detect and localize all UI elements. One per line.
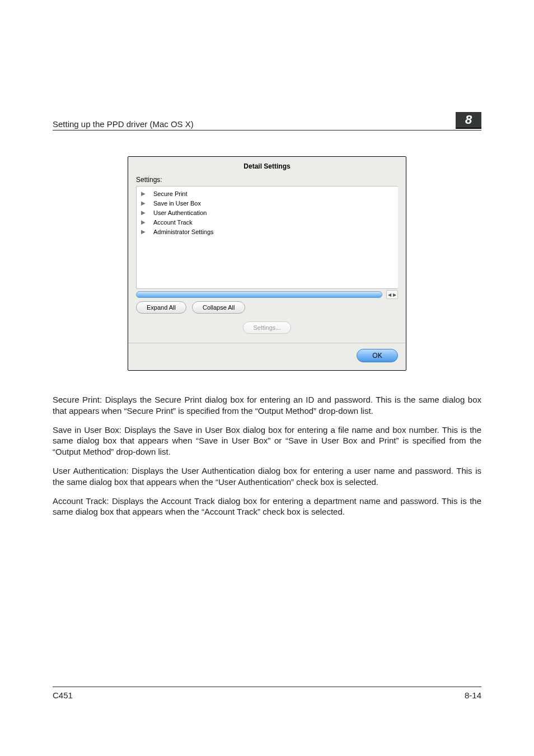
- settings-listbox[interactable]: ▶ Secure Print ▶ Save in User Box ▶ User…: [136, 186, 398, 289]
- scroll-right-icon[interactable]: ▶: [393, 292, 396, 297]
- chapter-badge: 8: [456, 112, 481, 129]
- list-item[interactable]: ▶ Save in User Box: [141, 198, 394, 208]
- paragraph-secure-print: Secure Print: Displays the Secure Print …: [53, 394, 481, 417]
- settings-button: Settings...: [243, 321, 292, 334]
- list-item[interactable]: ▶ Administrator Settings: [141, 227, 394, 236]
- horizontal-scrollbar[interactable]: ◀ ▶: [136, 290, 398, 298]
- expand-all-button[interactable]: Expand All: [136, 301, 186, 314]
- list-item[interactable]: ▶ User Authentication: [141, 208, 394, 217]
- list-item-label: Secure Print: [153, 190, 188, 197]
- scrollbar-thumb[interactable]: [136, 291, 382, 298]
- list-item-label: Account Track: [153, 219, 193, 226]
- list-item[interactable]: ▶ Secure Print: [141, 189, 394, 198]
- settings-label: Settings:: [136, 176, 398, 184]
- paragraph-save-in-user-box: Save in User Box: Displays the Save in U…: [53, 424, 481, 458]
- footer-page: 8-14: [465, 690, 481, 700]
- disclosure-icon[interactable]: ▶: [141, 228, 148, 235]
- disclosure-icon[interactable]: ▶: [141, 209, 148, 216]
- list-item-label: Save in User Box: [153, 200, 201, 207]
- disclosure-icon[interactable]: ▶: [141, 219, 148, 225]
- paragraph-user-authentication: User Authentication: Displays the User A…: [53, 465, 481, 488]
- collapse-all-button[interactable]: Collapse All: [192, 301, 245, 314]
- page-header: Setting up the PPD driver (Mac OS X) 8: [53, 112, 481, 130]
- dialog-title: Detail Settings: [136, 162, 398, 170]
- detail-settings-dialog: Detail Settings Settings: ▶ Secure Print…: [128, 156, 406, 371]
- scroll-left-icon[interactable]: ◀: [388, 292, 391, 297]
- footer-model: C451: [53, 690, 73, 700]
- header-title: Setting up the PPD driver (Mac OS X): [53, 119, 194, 129]
- scrollbar-arrows[interactable]: ◀ ▶: [386, 290, 398, 299]
- disclosure-icon[interactable]: ▶: [141, 190, 148, 197]
- body-text: Secure Print: Displays the Secure Print …: [53, 394, 481, 517]
- list-item-label: User Authentication: [153, 209, 207, 216]
- paragraph-account-track: Account Track: Displays the Account Trac…: [53, 496, 481, 518]
- disclosure-icon[interactable]: ▶: [141, 200, 148, 206]
- list-item[interactable]: ▶ Account Track: [141, 217, 394, 227]
- page-footer: C451 8-14: [53, 687, 481, 700]
- divider: [128, 343, 406, 343]
- list-item-label: Administrator Settings: [153, 228, 214, 235]
- ok-button[interactable]: OK: [357, 349, 398, 362]
